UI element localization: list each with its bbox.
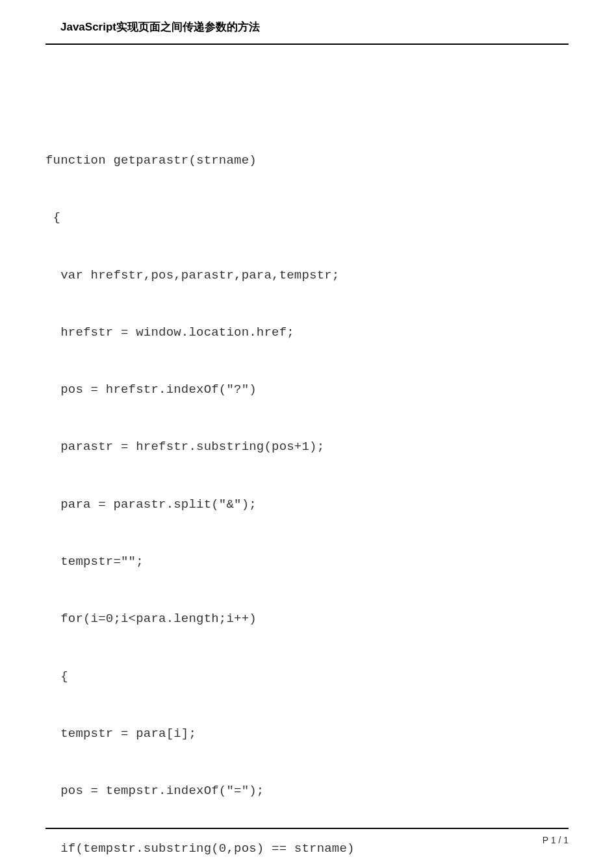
document-content: function getparastr(strname) { var hrefs… (45, 45, 569, 868)
code-line: { (45, 667, 569, 686)
footer-divider (45, 828, 569, 829)
code-line: if(tempstr.substring(0,pos) == strname) (45, 839, 569, 858)
code-line: tempstr=""; (45, 552, 569, 571)
page-header: JavaScript实现页面之间传递参数的方法 (45, 19, 569, 45)
document-page: JavaScript实现页面之间传递参数的方法 function getpara… (0, 0, 614, 868)
page-title: JavaScript实现页面之间传递参数的方法 (45, 19, 569, 34)
code-line: for(i=0;i<para.length;i++) (45, 610, 569, 628)
code-line: pos = hrefstr.indexOf("?") (45, 380, 569, 399)
code-line: hrefstr = window.location.href; (45, 323, 569, 342)
code-line: tempstr = para[i]; (45, 725, 569, 743)
code-line: { (45, 208, 569, 227)
code-line: var hrefstr,pos,parastr,para,tempstr; (45, 266, 569, 285)
code-line: parastr = hrefstr.substring(pos+1); (45, 438, 569, 456)
page-number: P 1 / 1 (543, 835, 569, 845)
code-line: function getparastr(strname) (45, 151, 569, 170)
code-line: pos = tempstr.indexOf("="); (45, 782, 569, 800)
code-block: function getparastr(strname) { var hrefs… (45, 113, 569, 868)
code-line: para = parastr.split("&"); (45, 495, 569, 514)
